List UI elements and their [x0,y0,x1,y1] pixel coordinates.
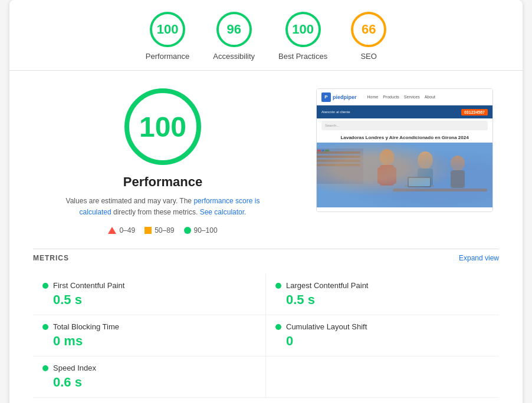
mock-nav-about: About [425,95,435,99]
best-practices-score-circle: 100 [285,12,321,47]
legend-square-icon [145,227,152,234]
mock-search-bar: Search... [321,121,488,130]
mock-logo: P piedpiper [321,93,357,102]
score-tab-performance[interactable]: 100 Performance [146,12,189,61]
left-panel: 100 Performance Values are estimated and… [33,88,293,234]
legend-item-low: 0–49 [108,226,135,234]
legend-dot-icon [184,227,191,234]
metric-item-cls: Cumulative Layout Shift 0 [266,315,499,356]
score-tab-seo[interactable]: 66 SEO [351,12,386,61]
seo-score-label: SEO [360,52,376,61]
score-tab-best-practices[interactable]: 100 Best Practices [278,12,327,61]
metrics-label: METRICS [33,254,69,262]
performance-score-label: Performance [146,52,189,61]
metric-dot-fcp [42,283,48,289]
calculator-link[interactable]: See calculator. [200,208,247,216]
best-practices-score-label: Best Practices [278,52,327,61]
mock-banner-text: Atención al cliente [321,110,457,114]
main-container: 100 Performance 96 Accessibility 100 Bes… [9,0,523,403]
seo-score-circle: 66 [351,12,386,47]
metric-value-cls: 0 [275,333,490,349]
metric-name-row-lcp: Largest Contentful Paint [275,281,490,290]
big-score-value: 100 [139,111,186,143]
accessibility-score-value: 96 [226,22,241,37]
screenshot-mock: P piedpiper Home Products Services About [317,89,492,212]
mock-page-title: Lavadoras Londres y Aire Acondicionado e… [317,133,492,143]
metric-value-lcp: 0.5 s [275,292,490,308]
mock-banner: Atención al cliente 031234567 [317,105,492,118]
metric-name-si: Speed Index [53,364,96,372]
metric-value-tbt: 0 ms [42,333,256,349]
metric-name-row-cls: Cumulative Layout Shift [275,322,490,331]
performance-score-circle: 100 [150,12,185,47]
metric-name-cls: Cumulative Layout Shift [286,322,367,331]
metric-dot-tbt [42,324,48,330]
expand-view-button[interactable]: Expand view [459,254,499,262]
metric-item-empty [266,356,499,398]
legend-triangle-icon [108,227,116,234]
legend-range-low: 0–49 [119,226,135,234]
best-practices-score-value: 100 [292,22,314,37]
metric-name-lcp: Largest Contentful Paint [286,281,368,290]
mock-logo-icon: P [321,93,331,102]
seo-score-value: 66 [362,22,376,37]
mock-logo-text: piedpiper [333,94,357,100]
metrics-grid: First Contentful Paint 0.5 s Largest Con… [33,274,499,398]
metric-dot-lcp [275,283,281,289]
metric-dot-si [42,365,48,371]
legend-range-high: 90–100 [194,226,218,234]
metric-item-lcp: Largest Contentful Paint 0.5 s [266,274,499,315]
accessibility-score-circle: 96 [216,12,252,47]
right-panel: P piedpiper Home Products Services About [316,88,499,212]
mock-phone-badge: 031234567 [461,109,488,115]
score-tab-accessibility[interactable]: 96 Accessibility [213,12,255,61]
legend-item-high: 90–100 [184,226,218,234]
legend-range-mid: 50–89 [155,226,174,234]
big-score-circle: 100 [124,88,201,165]
legend-item-mid: 50–89 [145,226,174,234]
mock-screenshot-image [317,143,492,207]
desc-part2: directly from these metrics. [113,208,198,216]
metric-item-tbt: Total Blocking Time 0 ms [33,315,266,356]
metric-name-row-tbt: Total Blocking Time [42,322,256,331]
desc-part1: Values are estimated and may vary. The [66,197,192,205]
metric-name-row-si: Speed Index [42,364,256,372]
metric-name-tbt: Total Blocking Time [53,322,119,331]
mock-nav: Home Products Services About [367,95,435,99]
top-section: 100 Performance Values are estimated and… [33,88,499,234]
score-tabs: 100 Performance 96 Accessibility 100 Bes… [9,0,523,71]
mock-header: P piedpiper Home Products Services About [317,89,492,105]
metric-name-fcp: First Contentful Paint [53,281,124,290]
screenshot-container: P piedpiper Home Products Services About [316,88,493,212]
metric-name-row-fcp: First Contentful Paint [42,281,256,290]
mock-nav-products: Products [383,95,399,99]
metric-value-si: 0.6 s [42,375,256,390]
metric-dot-cls [275,324,281,330]
metric-item-fcp: First Contentful Paint 0.5 s [33,274,266,315]
performance-score-value: 100 [157,22,179,37]
content-area: 100 Performance Values are estimated and… [9,71,523,403]
mock-nav-home: Home [367,95,379,99]
perf-title: Performance [123,174,203,190]
mock-image-overlay [317,143,492,207]
accessibility-score-label: Accessibility [213,52,255,61]
mock-nav-services: Services [404,95,420,99]
metric-item-si: Speed Index 0.6 s [33,356,266,398]
legend-row: 0–49 50–89 90–100 [108,226,217,234]
metric-value-fcp: 0.5 s [42,292,256,308]
metrics-header: METRICS Expand view [33,249,499,267]
perf-description: Values are estimated and may vary. The p… [63,196,263,218]
